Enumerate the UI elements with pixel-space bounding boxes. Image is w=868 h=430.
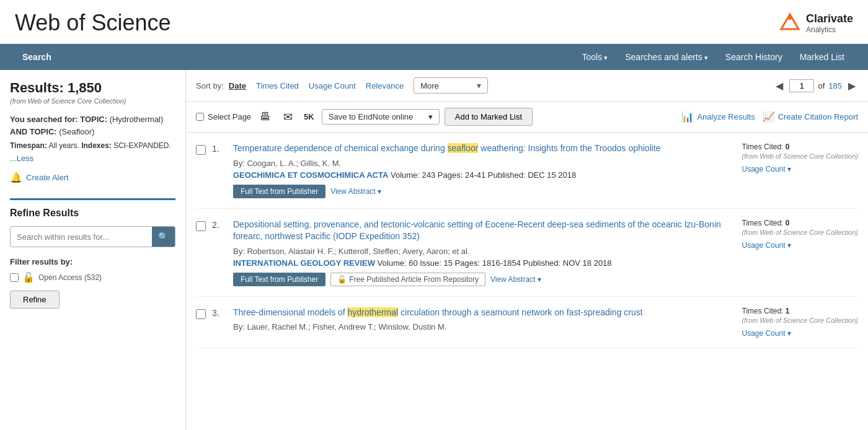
- result-3-times-cited: Times Cited: 1: [742, 307, 858, 315]
- result-2-volume: Volume: 60 Issue: 15 Pages: 1816-1854 Pu…: [378, 258, 612, 268]
- result-1-times-cited: Times Cited: 0: [742, 143, 858, 151]
- result-2-body: Depositional setting, provenance, and te…: [233, 219, 736, 286]
- endnote-select[interactable]: Save to EndNote online ▾: [322, 109, 440, 125]
- result-1-volume: Volume: 243 Pages: 24-41 Published: DEC …: [391, 170, 576, 180]
- nav-bar: Search Tools Searches and alerts Search …: [0, 44, 868, 70]
- filter-label: Filter results by:: [10, 257, 175, 266]
- result-2-checkbox[interactable]: [196, 221, 206, 231]
- search-within-btn[interactable]: 🔍: [152, 227, 175, 247]
- create-alert-btn[interactable]: 🔔 Create Alert: [10, 172, 175, 183]
- citation-report-btn[interactable]: 📈 Create Citation Report: [763, 111, 858, 123]
- nav-left: Search: [15, 44, 59, 70]
- search-within: 🔍: [10, 226, 175, 247]
- sort-by-label: Sort by:: [196, 81, 224, 90]
- sort-date[interactable]: Date: [229, 81, 246, 90]
- result-1-abstract-btn[interactable]: View Abstract ▾: [330, 187, 381, 196]
- result-2-free-pub-btn[interactable]: 🔓 Free Published Article From Repository: [330, 273, 485, 286]
- topic2-value: (Seafloor): [59, 127, 94, 136]
- result-1-num: 1.: [212, 144, 227, 154]
- sort-usage-count[interactable]: Usage Count: [309, 81, 356, 90]
- timespan-line: Timespan: All years. Indexes: SCI-EXPAND…: [10, 140, 175, 151]
- print-btn[interactable]: 🖶: [256, 109, 275, 125]
- nav-marked-list[interactable]: Marked List: [791, 44, 853, 70]
- and-label: AND: [10, 127, 27, 136]
- result-3-tc-source: (from Web of Science Core Collection): [742, 317, 858, 324]
- filter-open-access: 🔓 Open Access (532): [10, 271, 175, 283]
- nav-tools[interactable]: Tools: [573, 44, 616, 71]
- clarivate-logo: Clarivate Analytics: [779, 12, 853, 34]
- analyze-results-btn[interactable]: 📊 Analyze Results: [681, 111, 755, 123]
- select-page-label: Select Page: [208, 112, 251, 121]
- result-1-right: Times Cited: 0 (from Web of Science Core…: [742, 143, 858, 173]
- nav-search-history[interactable]: Search History: [717, 44, 791, 70]
- table-row: 3. Three-dimensional models of hydrother…: [196, 297, 858, 348]
- result-1-journal: GEOCHIMICA ET COSMOCHIMICA ACTA: [233, 170, 388, 180]
- result-1-checkbox[interactable]: [196, 145, 206, 155]
- table-row: 2. Depositional setting, provenance, and…: [196, 209, 858, 297]
- create-alert-label: Create Alert: [26, 173, 69, 182]
- result-3-title[interactable]: Three-dimensional models of hydrothermal…: [233, 307, 736, 319]
- result-3-body: Three-dimensional models of hydrothermal…: [233, 307, 736, 335]
- open-access-checkbox[interactable]: [10, 273, 19, 282]
- select-page-checkbox[interactable]: [196, 113, 204, 121]
- open-access-icon: 🔓: [22, 271, 35, 283]
- result-2-times-cited: Times Cited: 0: [742, 219, 858, 227]
- result-2-title[interactable]: Depositional setting, provenance, and te…: [233, 219, 736, 243]
- result-1-tc-source: (from Web of Science Core Collection): [742, 152, 858, 160]
- pagination: ◀ of 185 ▶: [773, 79, 858, 93]
- prev-page-btn[interactable]: ◀: [773, 79, 786, 93]
- nav-search[interactable]: Search: [15, 44, 59, 70]
- main-layout: Results: 1,850 (from Web of Science Core…: [0, 70, 868, 430]
- clarivate-name: Clarivate: [806, 12, 853, 25]
- highlight-hydrothermal: hydrothermal: [347, 307, 398, 317]
- topic1-value: (Hydrothermal): [110, 115, 164, 124]
- result-2-fulltext-btn[interactable]: Full Text from Publisher: [233, 273, 326, 286]
- result-2-actions: Full Text from Publisher 🔓 Free Publishe…: [233, 273, 736, 286]
- select-page-area: Select Page: [196, 112, 251, 121]
- count-badge: 5K: [301, 112, 317, 121]
- nav-right: Tools Searches and alerts Search History…: [573, 44, 853, 71]
- of-label: of: [818, 81, 825, 90]
- result-2-right: Times Cited: 0 (from Web of Science Core…: [742, 219, 858, 250]
- result-3-usage-count[interactable]: Usage Count ▾: [742, 329, 858, 338]
- result-1-fulltext-btn[interactable]: Full Text from Publisher: [233, 185, 326, 198]
- top-header: Web of Science Clarivate Analytics: [0, 0, 868, 44]
- sort-relevance[interactable]: Relevance: [366, 81, 404, 90]
- result-1-body: Temperature dependence of chemical excha…: [233, 143, 736, 198]
- result-2-journal: INTERNATIONAL GEOLOGY REVIEW: [233, 258, 375, 268]
- less-link[interactable]: ...Less: [10, 154, 175, 163]
- more-select[interactable]: More ▾: [414, 77, 488, 94]
- results-source: (from Web of Science Core Collection): [10, 97, 175, 105]
- email-btn[interactable]: ✉: [280, 109, 296, 125]
- toolbar: Select Page 🖶 ✉ 5K Save to EndNote onlin…: [186, 102, 868, 133]
- result-1-meta: GEOCHIMICA ET COSMOCHIMICA ACTA Volume: …: [233, 170, 736, 180]
- result-1-title[interactable]: Temperature dependence of chemical excha…: [233, 143, 736, 155]
- sort-bar: Sort by: Date Times Cited Usage Count Re…: [186, 70, 868, 102]
- endnote-label: Save to EndNote online: [329, 112, 414, 121]
- add-marked-btn[interactable]: Add to Marked List: [445, 108, 533, 126]
- result-2-abstract-btn[interactable]: View Abstract ▾: [490, 275, 541, 284]
- nav-searches-alerts[interactable]: Searches and alerts: [616, 44, 717, 71]
- table-row: 1. Temperature dependence of chemical ex…: [196, 133, 858, 209]
- result-3-checkbox[interactable]: [196, 309, 206, 319]
- indexes-label: Indexes:: [81, 141, 112, 150]
- result-2-usage-count[interactable]: Usage Count ▾: [742, 241, 858, 250]
- indexes-value: SCI-EXPANDED.: [113, 141, 170, 150]
- total-pages[interactable]: 185: [828, 81, 842, 90]
- refine-button[interactable]: Refine: [10, 291, 60, 309]
- search-info: You searched for: TOPIC: (Hydrothermal) …: [10, 113, 175, 151]
- next-page-btn[interactable]: ▶: [846, 79, 858, 93]
- result-2-authors: By: Robertson, Alastair H. F.; Kutterolf…: [233, 247, 736, 256]
- result-2-meta: INTERNATIONAL GEOLOGY REVIEW Volume: 60 …: [233, 258, 736, 268]
- result-1-usage-count[interactable]: Usage Count ▾: [742, 165, 858, 173]
- page-input[interactable]: [789, 79, 814, 92]
- lock-icon: 🔓: [337, 275, 347, 284]
- timespan-label: Timespan:: [10, 141, 47, 150]
- more-arrow-icon: ▾: [477, 81, 481, 90]
- search-within-input[interactable]: [11, 227, 152, 247]
- endnote-arrow-icon: ▾: [428, 112, 433, 121]
- more-label: More: [420, 81, 439, 90]
- bar-chart-icon: 📊: [681, 111, 694, 123]
- result-2-tc-source: (from Web of Science Core Collection): [742, 229, 858, 236]
- sort-times-cited[interactable]: Times Cited: [256, 81, 299, 90]
